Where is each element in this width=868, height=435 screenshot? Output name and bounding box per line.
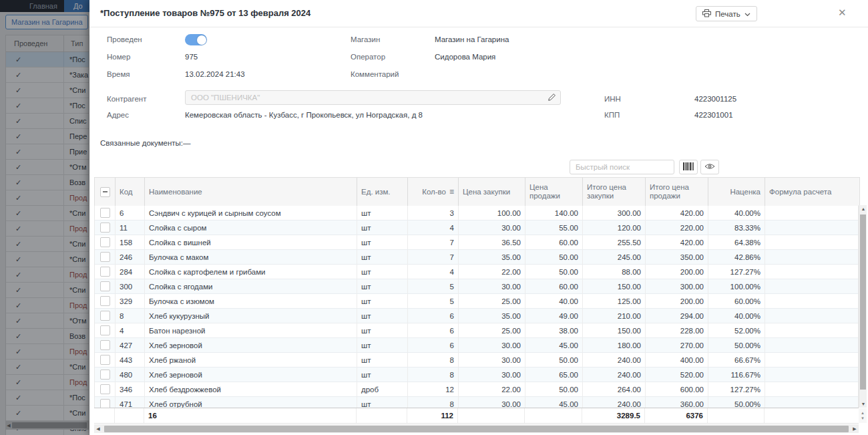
- divider: [89, 27, 868, 27]
- row-checkbox[interactable]: [100, 208, 110, 218]
- column-header[interactable]: Формула расчета: [765, 178, 859, 206]
- row-checkbox[interactable]: [100, 325, 110, 335]
- total-cell: 3289.5: [582, 408, 645, 423]
- table-cell: 4: [408, 221, 459, 235]
- table-cell: 4: [116, 323, 145, 337]
- row-checkbox[interactable]: [100, 384, 110, 394]
- table-cell: Хлеб зерновой: [145, 338, 357, 352]
- totals-row-scroll[interactable]: ▲ ▼: [859, 408, 867, 423]
- column-header[interactable]: Цена закупки: [459, 178, 525, 206]
- kontragent-input[interactable]: ООО "ПШЕНИЧКА": [185, 90, 561, 105]
- table-cell: Хлеб зерновой: [145, 368, 357, 382]
- visibility-button[interactable]: [700, 160, 719, 174]
- select-all-checkbox[interactable]: [95, 178, 116, 206]
- table-cell: 8: [116, 309, 145, 323]
- proveden-toggle[interactable]: [185, 34, 207, 45]
- table-cell: 443: [116, 353, 145, 367]
- scroll-left-icon[interactable]: ◀: [94, 426, 102, 432]
- row-checkbox[interactable]: [100, 237, 110, 247]
- total-cell: [115, 408, 144, 423]
- chevron-down-icon: [744, 10, 750, 18]
- table-cell: 22.00: [459, 265, 525, 279]
- row-checkbox[interactable]: [100, 223, 110, 233]
- print-button[interactable]: Печать: [696, 6, 757, 21]
- table-cell: 60.00: [525, 235, 583, 249]
- table-cell: 294.00: [646, 309, 708, 323]
- row-checkbox[interactable]: [100, 399, 110, 408]
- column-header[interactable]: Ед. изм.: [357, 178, 408, 206]
- table-cell: 60.00%: [708, 294, 765, 308]
- table-row[interactable]: 346Хлеб бездрожжевойдроб1222.0050.00264.…: [95, 382, 858, 397]
- barcode-button[interactable]: [679, 160, 698, 174]
- table-cell: 127.27%: [708, 265, 765, 279]
- table-row[interactable]: 427Хлеб зерновойшт630.0045.00180.00270.0…: [95, 338, 858, 353]
- table-row[interactable]: 443Хлеб ржанойшт830.0050.00240.00400.006…: [95, 353, 858, 368]
- items-table-vscrollbar[interactable]: ▲ ▼: [859, 205, 867, 408]
- table-row[interactable]: 6Сэндвич с курицей и сырным соусомшт3100…: [95, 206, 858, 221]
- edit-pencil-icon[interactable]: [548, 93, 556, 103]
- printer-icon: [702, 9, 711, 19]
- table-cell: 36.50: [459, 235, 525, 249]
- table-cell: [765, 353, 859, 367]
- print-button-label: Печать: [715, 10, 740, 18]
- table-cell: 471: [116, 397, 145, 408]
- row-checkbox[interactable]: [100, 296, 110, 306]
- table-cell: 8: [408, 353, 459, 367]
- items-table-hscrollbar[interactable]: ◀ ▶: [94, 424, 859, 433]
- table-cell: 6: [116, 206, 145, 220]
- row-checkbox[interactable]: [100, 370, 110, 380]
- table-row[interactable]: 300Слойка с ягодамишт530.0060.00150.0030…: [95, 279, 858, 294]
- column-header[interactable]: Наценка: [708, 178, 765, 206]
- row-checkbox[interactable]: [100, 252, 110, 262]
- scroll-right-icon[interactable]: ▶: [851, 426, 859, 432]
- table-row[interactable]: 8Хлеб кукурузныйшт635.0049.00210.00294.0…: [95, 309, 858, 323]
- table-row[interactable]: 471Хлеб отрубнойшт830.0045.00240.00360.0…: [95, 397, 858, 408]
- column-header[interactable]: Код: [116, 178, 145, 206]
- scrollbar-thumb[interactable]: [104, 426, 849, 432]
- table-row[interactable]: 158Слойка с вишнейшт736.5060.00255.50420…: [95, 235, 858, 250]
- table-cell: Слойка с вишней: [145, 235, 357, 249]
- scroll-up-icon[interactable]: ▲: [859, 206, 867, 211]
- table-cell: 400.00: [646, 353, 708, 367]
- table-cell: 264.00: [583, 382, 646, 396]
- table-cell: 8: [408, 397, 459, 408]
- table-cell: шт: [357, 353, 408, 367]
- row-checkbox[interactable]: [100, 355, 110, 365]
- column-header[interactable]: Итого цена продажи: [646, 178, 708, 206]
- column-header[interactable]: Наименование: [145, 178, 357, 206]
- table-row[interactable]: 480Хлеб зерновойшт830.0065.00240.00520.0…: [95, 368, 858, 382]
- table-row[interactable]: 4Батон нарезнойшт625.0038.00150.00228.00…: [95, 323, 858, 338]
- scroll-down-icon[interactable]: ▼: [859, 402, 867, 406]
- items-table-header: КодНаименованиеЕд. изм.Кол-во≡Цена закуп…: [94, 177, 860, 206]
- row-checkbox[interactable]: [100, 311, 110, 321]
- column-header[interactable]: Цена продажи: [525, 178, 583, 206]
- table-cell: 210.00: [583, 309, 646, 323]
- table-cell: [765, 265, 859, 279]
- table-cell: 50.00: [525, 382, 583, 396]
- table-row[interactable]: 11Слойка с сыромшт430.0055.00120.00220.0…: [95, 221, 858, 235]
- table-cell: 100.00%: [708, 279, 765, 293]
- column-header[interactable]: Итого цена закупки: [583, 178, 646, 206]
- table-cell: 30.00: [459, 279, 525, 293]
- row-checkbox[interactable]: [100, 281, 110, 291]
- row-checkbox[interactable]: [100, 267, 110, 277]
- column-menu-icon[interactable]: ≡: [449, 188, 454, 196]
- scroll-down-icon[interactable]: ▼: [861, 416, 865, 420]
- table-cell: 150.00: [583, 323, 646, 337]
- row-checkbox[interactable]: [100, 340, 110, 350]
- column-header[interactable]: Кол-во≡: [408, 178, 459, 206]
- table-cell: Слойка с картофелем и грибами: [145, 265, 357, 279]
- proveden-label: Проведен: [107, 35, 142, 45]
- comment-label: Комментарий: [351, 69, 399, 80]
- table-row[interactable]: 284Слойка с картофелем и грибамишт422.00…: [95, 265, 858, 279]
- scrollbar-thumb[interactable]: [860, 214, 866, 390]
- close-icon[interactable]: ✕: [838, 7, 847, 19]
- total-cell: [765, 408, 859, 423]
- search-input[interactable]: [570, 160, 674, 174]
- table-row[interactable]: 246Булочка с макомшт735.0050.00245.00350…: [95, 250, 858, 265]
- table-cell: 50.00%: [708, 397, 765, 408]
- table-cell: Батон нарезной: [145, 323, 357, 337]
- scroll-up-icon[interactable]: ▲: [861, 411, 865, 415]
- table-cell: шт: [357, 323, 408, 337]
- table-row[interactable]: 329Булочка с изюмомшт525.0040.00125.0020…: [95, 294, 858, 309]
